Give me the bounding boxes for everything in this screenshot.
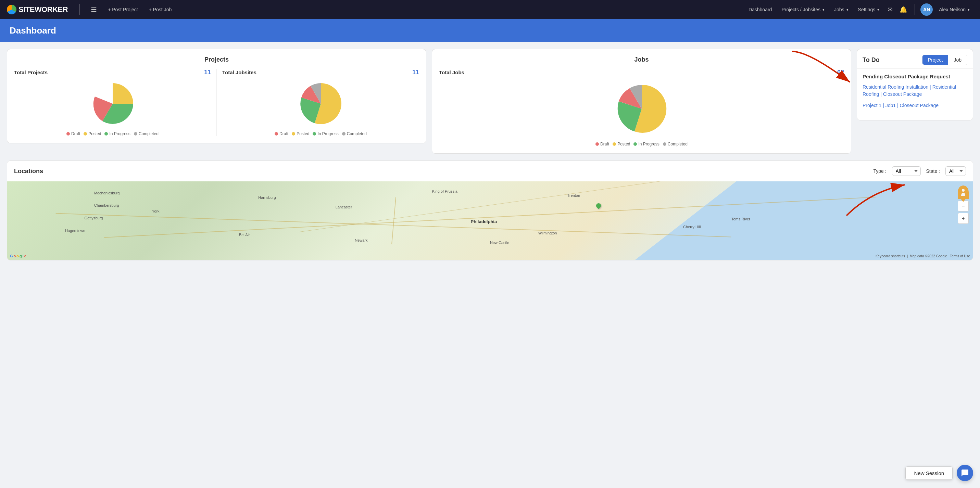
chat-bubble[interactable]: [957, 465, 973, 481]
map-label-cherry-hill: Cherry Hill: [683, 225, 701, 229]
projects-pie-chart: [91, 81, 135, 126]
legend-jobs-posted: Posted: [612, 141, 630, 146]
jobs-card: Jobs Total Jobs 62: [432, 49, 851, 154]
map-zoom-out[interactable]: −: [958, 200, 969, 211]
map-pegman[interactable]: [958, 186, 969, 199]
todo-link-2[interactable]: Project 1 | Job1 | Closeout Package: [862, 102, 967, 109]
nav-jobs[interactable]: Jobs ▾: [831, 5, 852, 14]
projects-pie-container: [14, 81, 211, 126]
map-controls: − +: [958, 186, 969, 224]
projects-pie-legend: Draft Posted In Progress Completed: [14, 131, 211, 136]
todo-link-1[interactable]: Residential Roofing Installation | Resid…: [862, 84, 967, 98]
todo-tab-job[interactable]: Job: [948, 55, 967, 65]
legend-draft-dot: [67, 132, 70, 135]
jobs-pie-legend: Draft Posted In Progress Completed: [439, 141, 844, 146]
jobs-card-title: Jobs: [439, 56, 844, 63]
legend-completed: Completed: [134, 131, 159, 136]
post-job-button[interactable]: + Post Job: [146, 5, 175, 14]
map-label-gettysburg: Gettysburg: [84, 216, 103, 220]
total-projects-value: 11: [204, 69, 211, 76]
state-filter-select[interactable]: All PA NJ DE: [945, 166, 966, 176]
map-label-king-of-prussia: King of Prussia: [432, 189, 457, 193]
brand-name: SITEWORKER: [19, 5, 68, 14]
jobs-pie-chart: [614, 81, 669, 136]
state-filter-label: State :: [926, 168, 940, 174]
legend-posted-label: Posted: [88, 131, 101, 136]
map-attribution: Keyboard shortcuts | Map data ©2022 Goog…: [875, 254, 970, 258]
map-zoom-in[interactable]: +: [958, 213, 969, 224]
map-label-york: York: [152, 209, 159, 213]
todo-tab-project[interactable]: Project: [923, 55, 948, 65]
legend-inprogress: In Progress: [105, 131, 130, 136]
map-label-hagerstown: Hagerstown: [65, 229, 85, 233]
user-chevron-icon: ▾: [968, 8, 970, 12]
nav-divider: [80, 4, 80, 15]
legend-inprogress-dot: [105, 132, 108, 135]
terms-of-use[interactable]: Terms of Use: [950, 254, 970, 258]
jobs-pie-container: [439, 81, 844, 136]
legend-completed-label: Completed: [139, 131, 159, 136]
projects-card-title: Projects: [14, 56, 419, 63]
post-project-button[interactable]: + Post Project: [105, 5, 141, 14]
legend-j-inprogress: In Progress: [313, 131, 338, 136]
map-area[interactable]: Harrisburg Lancaster Philadelphia Trento…: [7, 181, 973, 260]
legend-jobs-draft: Draft: [595, 141, 609, 146]
user-name[interactable]: Alex Neilson ▾: [935, 5, 973, 14]
todo-section-title: Pending Closeout Package Request: [862, 73, 967, 80]
map-road-4: [391, 197, 396, 244]
nav-dashboard[interactable]: Dashboard: [745, 5, 776, 14]
map-label-toms-river: Toms River: [732, 217, 750, 221]
map-label-trenton: Trenton: [567, 193, 581, 197]
map-data: Map data ©2022 Google: [910, 254, 947, 258]
navbar-right: Dashboard Projects / Jobsites ▾ Jobs ▾ S…: [745, 3, 973, 16]
brand-icon: [7, 5, 16, 14]
nav-divider-2: [915, 4, 915, 15]
type-filter-select[interactable]: All Project Job: [892, 166, 921, 176]
legend-j-completed: Completed: [342, 131, 367, 136]
legend-posted-dot: [84, 132, 87, 135]
type-filter-label: Type :: [873, 168, 886, 174]
total-projects-label: Total Projects: [14, 70, 48, 75]
map-label-wilmington: Wilmington: [538, 231, 557, 235]
total-jobs-value: 62: [837, 69, 844, 76]
legend-j-draft: Draft: [275, 131, 288, 136]
map-label-mechanicsburg: Mechanicsburg: [94, 191, 120, 195]
projects-chevron-icon: ▾: [822, 8, 824, 12]
projects-card: Projects Total Projects 11: [7, 49, 426, 143]
jobsites-pie-legend: Draft Posted In Progress Completed: [222, 131, 419, 136]
legend-completed-dot: [134, 132, 137, 135]
locations-title: Locations: [14, 168, 873, 175]
svg-point-2: [962, 189, 964, 192]
new-session-button[interactable]: New Session: [905, 466, 953, 480]
nav-projects-jobsites[interactable]: Projects / Jobsites ▾: [778, 5, 828, 14]
map-water: [635, 181, 973, 260]
mail-icon[interactable]: ✉: [886, 4, 895, 15]
todo-tabs: Project Job: [922, 55, 967, 65]
bell-icon[interactable]: 🔔: [897, 4, 909, 15]
brand-logo[interactable]: SITEWORKER: [7, 5, 68, 14]
map-label-newark: Newark: [355, 238, 368, 242]
map-label-harrisburg: Harrisburg: [258, 196, 276, 200]
todo-title: To Do: [862, 56, 918, 64]
legend-draft-label: Draft: [71, 131, 80, 136]
map-label-bel-air: Bel Air: [239, 233, 250, 237]
menu-button[interactable]: ☰: [88, 4, 100, 15]
total-jobsites-value: 11: [412, 69, 419, 76]
legend-jobs-completed: Completed: [663, 141, 687, 146]
total-jobsites-label: Total Jobsites: [222, 70, 256, 75]
keyboard-shortcuts[interactable]: Keyboard shortcuts: [875, 254, 905, 258]
page-title: Dashboard: [10, 25, 970, 36]
todo-panel: To Do Project Job Pending Closeout Packa…: [857, 49, 973, 121]
google-brand: G o o g l e: [10, 254, 26, 258]
legend-inprogress-label: In Progress: [109, 131, 130, 136]
todo-content: Pending Closeout Package Request Residen…: [857, 68, 973, 120]
map-label-lancaster: Lancaster: [336, 205, 352, 209]
main-content: Projects Total Projects 11: [0, 42, 980, 161]
nav-settings[interactable]: Settings ▾: [855, 5, 883, 14]
avatar[interactable]: AN: [920, 3, 933, 16]
jobsites-pie-chart: [299, 81, 343, 126]
total-jobs-stat: Total Jobs 62: [439, 69, 844, 76]
map-label-chambersburg: Chambersburg: [94, 203, 119, 207]
legend-j-posted: Posted: [292, 131, 309, 136]
map-marker[interactable]: [595, 202, 602, 209]
